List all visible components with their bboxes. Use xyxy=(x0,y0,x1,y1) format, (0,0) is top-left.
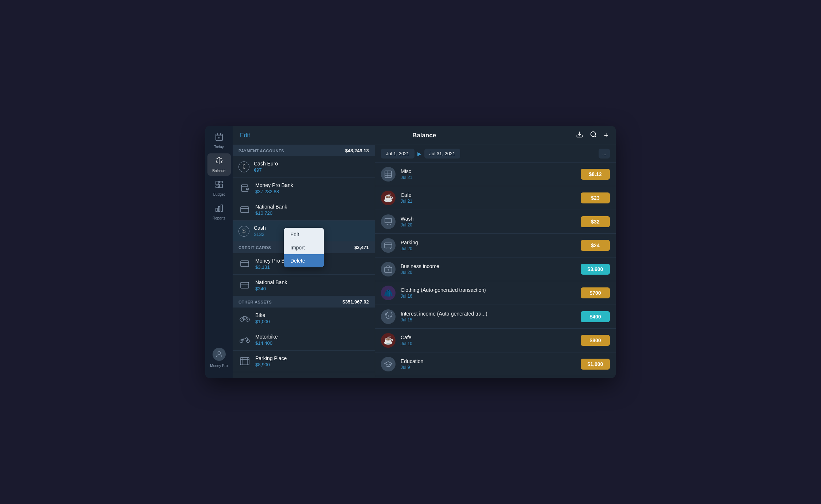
transaction-item-cafe2[interactable]: ☕ Cafe Jul 10 $800 xyxy=(375,329,616,352)
transaction-info-clothing: Clothing (Auto-generated transaction) Ju… xyxy=(401,287,581,299)
more-options-button[interactable]: ... xyxy=(599,149,610,159)
amount-parking: $24 xyxy=(581,240,610,251)
download-icon[interactable] xyxy=(576,131,583,140)
transaction-name-business: Business income xyxy=(401,263,581,269)
wallet-icon xyxy=(238,182,251,194)
misc-icon xyxy=(381,167,396,182)
left-panel: PAYMENT ACCOUNTS $48,249.13 € Cash Euro … xyxy=(233,145,375,378)
header-actions: + xyxy=(576,131,608,140)
section-title-assets: OTHER ASSETS xyxy=(238,300,272,304)
account-info-mpb: Money Pro Bank $37,282.88 xyxy=(255,182,369,194)
svg-rect-29 xyxy=(240,358,249,365)
account-balance-nb: $10,720 xyxy=(255,210,369,216)
account-balance-bike: $1,000 xyxy=(255,319,369,324)
account-item-cash[interactable]: $ Cash $132 Edit Import Delete xyxy=(233,221,375,242)
account-info-nb-cc: National Bank $340 xyxy=(255,279,369,291)
transaction-info-cafe1: Cafe Jul 21 xyxy=(401,192,581,204)
transaction-info-cafe2: Cafe Jul 10 xyxy=(401,335,581,346)
sidebar-item-budget[interactable]: Budget xyxy=(207,177,231,199)
transaction-info-parking: Parking Jul 20 xyxy=(401,240,581,251)
transaction-date-interest: Jul 15 xyxy=(401,317,581,322)
svg-point-15 xyxy=(218,352,220,354)
amount-education: $1,000 xyxy=(581,359,610,370)
transaction-date-education: Jul 9 xyxy=(401,365,581,370)
transaction-name-wash: Wash xyxy=(401,216,581,222)
account-balance-nb-cc: $340 xyxy=(255,286,369,291)
svg-rect-11 xyxy=(219,184,222,188)
transaction-item-interest[interactable]: Interest income (Auto-generated tra...) … xyxy=(375,305,616,329)
sidebar-item-balance[interactable]: Balance xyxy=(207,153,231,176)
account-item-parking[interactable]: Parking Place $8,900 xyxy=(233,351,375,372)
account-item-national-bank[interactable]: National Bank $10,720 xyxy=(233,199,375,221)
transaction-item-parking[interactable]: Parking Jul 20 $24 xyxy=(375,234,616,257)
education-icon xyxy=(381,357,396,371)
section-total-payment: $48,249.13 xyxy=(345,148,369,153)
section-title-credit: CREDIT CARDS xyxy=(238,245,271,250)
account-item-motorbike[interactable]: Motorbike $14,400 xyxy=(233,329,375,351)
context-menu-import[interactable]: Import xyxy=(284,241,324,254)
transaction-item-education[interactable]: Education Jul 9 $1,000 xyxy=(375,352,616,376)
svg-rect-8 xyxy=(216,181,219,185)
svg-point-28 xyxy=(247,340,249,343)
sidebar-label-balance: Balance xyxy=(212,169,225,173)
account-item-bike[interactable]: Bike $1,000 xyxy=(233,308,375,329)
svg-rect-23 xyxy=(241,282,249,288)
date-from-button[interactable]: Jul 1, 2021 xyxy=(381,149,415,159)
sidebar-label-today: Today xyxy=(214,145,224,149)
sidebar-item-reports[interactable]: Reports xyxy=(207,201,231,223)
sidebar-item-user[interactable]: Money Pro xyxy=(207,345,231,371)
search-icon[interactable] xyxy=(590,131,597,140)
account-name-motorbike: Motorbike xyxy=(255,334,369,340)
sidebar-item-today[interactable]: 21 Today xyxy=(207,130,231,152)
transaction-info-interest: Interest income (Auto-generated tra...) … xyxy=(401,311,581,322)
account-name-cash-euro: Cash Euro xyxy=(254,161,369,167)
transaction-item-cafe1[interactable]: ☕ Cafe Jul 21 $23 xyxy=(375,186,616,210)
account-name-nb: National Bank xyxy=(255,204,369,210)
account-info-parking: Parking Place $8,900 xyxy=(255,355,369,367)
transaction-item-wash[interactable]: Wash Jul 20 $32 xyxy=(375,210,616,234)
account-info-nb: National Bank $10,720 xyxy=(255,204,369,216)
cafe-icon-2: ☕ xyxy=(381,333,396,348)
date-to-button[interactable]: Jul 31, 2021 xyxy=(424,149,461,159)
right-header: Jul 1, 2021 ▶ Jul 31, 2021 ... xyxy=(375,145,616,163)
transaction-item-misc[interactable]: Misc Jul 21 $8.12 xyxy=(375,163,616,186)
account-item-money-pro-bank[interactable]: Money Pro Bank $37,282.88 xyxy=(233,177,375,199)
transaction-date-wash: Jul 20 xyxy=(401,222,581,228)
amount-wash: $32 xyxy=(581,216,610,227)
body: PAYMENT ACCOUNTS $48,249.13 € Cash Euro … xyxy=(233,145,616,378)
svg-line-18 xyxy=(595,136,596,137)
account-info-cash-euro: Cash Euro €97 xyxy=(254,161,369,173)
transaction-info-misc: Misc Jul 21 xyxy=(401,168,581,180)
account-balance-mpb: $37,282.88 xyxy=(255,189,369,194)
date-to-label: Jul 31, 2021 xyxy=(429,151,455,156)
context-menu-delete[interactable]: Delete xyxy=(284,254,324,267)
date-from-label: Jul 1, 2021 xyxy=(386,151,409,156)
account-balance-motorbike: $14,400 xyxy=(255,340,369,346)
motorbike-icon xyxy=(238,333,251,346)
page-title: Balance xyxy=(412,132,436,139)
transaction-info-wash: Wash Jul 20 xyxy=(401,216,581,228)
account-name-nb-cc: National Bank xyxy=(255,279,369,285)
edit-button[interactable]: Edit xyxy=(240,132,250,139)
main-content: Edit Balance + xyxy=(233,126,616,378)
account-item-cash-euro[interactable]: € Cash Euro €97 xyxy=(233,156,375,177)
add-icon[interactable]: + xyxy=(604,131,608,140)
account-info-motorbike: Motorbike $14,400 xyxy=(255,334,369,346)
sidebar-label-reports: Reports xyxy=(213,216,225,220)
context-menu-edit[interactable]: Edit xyxy=(284,228,324,241)
svg-rect-10 xyxy=(219,181,222,183)
account-item-nb-cc[interactable]: National Bank $340 xyxy=(233,275,375,296)
account-item-car[interactable]: Car $50,000 xyxy=(233,372,375,378)
transaction-info-business: Business income Jul 20 xyxy=(401,263,581,275)
transaction-item-business[interactable]: Business income Jul 20 $3,600 xyxy=(375,257,616,281)
svg-rect-12 xyxy=(216,208,217,211)
car-icon xyxy=(238,377,251,378)
svg-point-17 xyxy=(591,132,596,137)
account-info-car: Car $50,000 xyxy=(255,377,369,378)
amount-misc: $8.12 xyxy=(581,169,610,180)
svg-rect-46 xyxy=(385,243,392,248)
parking-trans-icon xyxy=(381,238,396,253)
transaction-item-clothing[interactable]: 🧥 Clothing (Auto-generated transaction) … xyxy=(375,281,616,305)
card-icon-2 xyxy=(238,257,251,270)
clothing-icon: 🧥 xyxy=(381,286,396,300)
